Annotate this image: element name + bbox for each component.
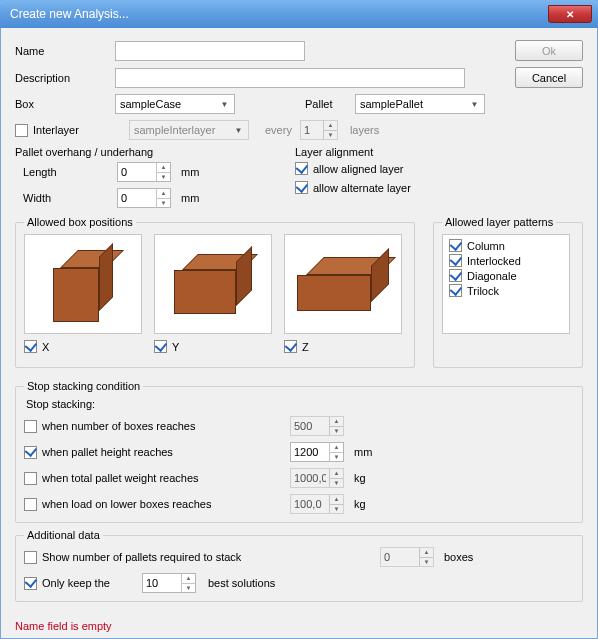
interlayer-every-input [301, 121, 323, 139]
spin-up-icon[interactable]: ▲ [156, 163, 170, 173]
spin-up-icon[interactable]: ▲ [329, 443, 343, 453]
only-keep-spin[interactable]: ▲▼ [142, 573, 196, 593]
stop-numboxes-label: when number of boxes reaches [42, 420, 290, 432]
stop-height-unit: mm [354, 446, 372, 458]
close-button[interactable]: ✕ [548, 5, 592, 23]
close-icon: ✕ [566, 9, 574, 20]
only-keep-input[interactable] [143, 574, 181, 592]
spin-down-icon[interactable]: ▼ [181, 584, 195, 593]
show-pallets-unit: boxes [444, 551, 473, 563]
stop-height-label: when pallet height reaches [42, 446, 290, 458]
spin-up-icon: ▲ [323, 121, 337, 131]
stop-load-checkbox[interactable] [24, 498, 37, 511]
description-input[interactable] [115, 68, 465, 88]
width-label: Width [23, 192, 117, 204]
overhang-group-label: Pallet overhang / underhang [15, 146, 275, 158]
spin-up-icon: ▲ [419, 548, 433, 558]
stop-stacking-legend: Stop stacking condition [24, 380, 143, 392]
box-x-preview [24, 234, 142, 334]
stop-load-label: when load on lower boxes reaches [42, 498, 290, 510]
spin-down-icon[interactable]: ▼ [156, 199, 170, 208]
only-keep-checkbox[interactable] [24, 577, 37, 590]
length-spin[interactable]: ▲▼ [117, 162, 171, 182]
every-label: every [265, 124, 292, 136]
cancel-button[interactable]: Cancel [515, 67, 583, 88]
allow-aligned-label: allow aligned layer [313, 163, 404, 175]
stop-stacking-group: Stop stacking condition Stop stacking: w… [15, 380, 583, 523]
length-unit: mm [181, 166, 199, 178]
allowed-positions-group: Allowed box positions X [15, 216, 415, 368]
stop-stacking-sublabel: Stop stacking: [26, 398, 574, 410]
spin-down-icon[interactable]: ▼ [156, 173, 170, 182]
pattern-checkbox[interactable] [449, 254, 462, 267]
pattern-item[interactable]: Trilock [449, 284, 563, 297]
stop-weight-input [291, 469, 329, 487]
name-input[interactable] [115, 41, 305, 61]
width-spin[interactable]: ▲▼ [117, 188, 171, 208]
box-y-preview [154, 234, 272, 334]
box-select-text: sampleCase [120, 98, 181, 110]
pallet-select-text: samplePallet [360, 98, 423, 110]
pattern-checkbox[interactable] [449, 269, 462, 282]
interlayer-checkbox[interactable] [15, 124, 28, 137]
stop-weight-spin: ▲▼ [290, 468, 344, 488]
spin-up-icon: ▲ [329, 469, 343, 479]
status-message: Name field is empty [15, 620, 112, 632]
pattern-item[interactable]: Diagonale [449, 269, 563, 282]
pallet-label: Pallet [305, 98, 355, 110]
ok-button[interactable]: Ok [515, 40, 583, 61]
spin-down-icon: ▼ [419, 558, 433, 567]
spin-down-icon: ▼ [329, 427, 343, 436]
spin-down-icon: ▼ [323, 131, 337, 140]
spin-down-icon: ▼ [329, 479, 343, 488]
pos-x-checkbox[interactable] [24, 340, 37, 353]
stop-numboxes-spin: ▲▼ [290, 416, 344, 436]
spin-up-icon[interactable]: ▲ [181, 574, 195, 584]
length-input[interactable] [118, 163, 156, 181]
window-title: Create new Analysis... [10, 7, 129, 21]
pallet-select[interactable]: samplePallet ▼ [355, 94, 485, 114]
stop-height-input[interactable] [291, 443, 329, 461]
layers-label: layers [350, 124, 379, 136]
stop-height-checkbox[interactable] [24, 446, 37, 459]
chevron-down-icon: ▼ [467, 96, 482, 112]
allow-aligned-checkbox[interactable] [295, 162, 308, 175]
chevron-down-icon: ▼ [231, 122, 246, 138]
pattern-label: Column [467, 240, 505, 252]
only-keep-label: Only keep the [42, 577, 142, 589]
spin-down-icon: ▼ [329, 505, 343, 514]
additional-data-legend: Additional data [24, 529, 103, 541]
pattern-item[interactable]: Column [449, 239, 563, 252]
allow-alternate-label: allow alternate layer [313, 182, 411, 194]
box-label: Box [15, 98, 115, 110]
spin-up-icon[interactable]: ▲ [156, 189, 170, 199]
pattern-checkbox[interactable] [449, 284, 462, 297]
box-z-preview [284, 234, 402, 334]
width-input[interactable] [118, 189, 156, 207]
interlayer-select-text: sampleInterlayer [134, 124, 215, 136]
pos-x-label: X [42, 341, 49, 353]
patterns-list[interactable]: Column Interlocked Diagonale Trilock [442, 234, 570, 334]
stop-weight-label: when total pallet weight reaches [42, 472, 290, 484]
additional-data-group: Additional data Show number of pallets r… [15, 529, 583, 602]
width-unit: mm [181, 192, 199, 204]
pos-z-label: Z [302, 341, 309, 353]
spin-down-icon[interactable]: ▼ [329, 453, 343, 462]
spin-up-icon: ▲ [329, 417, 343, 427]
show-pallets-checkbox[interactable] [24, 551, 37, 564]
stop-load-input [291, 495, 329, 513]
stop-numboxes-checkbox[interactable] [24, 420, 37, 433]
pattern-checkbox[interactable] [449, 239, 462, 252]
show-pallets-label: Show number of pallets required to stack [42, 551, 380, 563]
allow-alternate-checkbox[interactable] [295, 181, 308, 194]
pos-y-checkbox[interactable] [154, 340, 167, 353]
box-select[interactable]: sampleCase ▼ [115, 94, 235, 114]
stop-numboxes-input [291, 417, 329, 435]
stop-height-spin[interactable]: ▲▼ [290, 442, 344, 462]
stop-weight-checkbox[interactable] [24, 472, 37, 485]
stop-weight-unit: kg [354, 472, 366, 484]
best-solutions-label: best solutions [208, 577, 275, 589]
pos-z-checkbox[interactable] [284, 340, 297, 353]
pattern-item[interactable]: Interlocked [449, 254, 563, 267]
show-pallets-spin: ▲▼ [380, 547, 434, 567]
